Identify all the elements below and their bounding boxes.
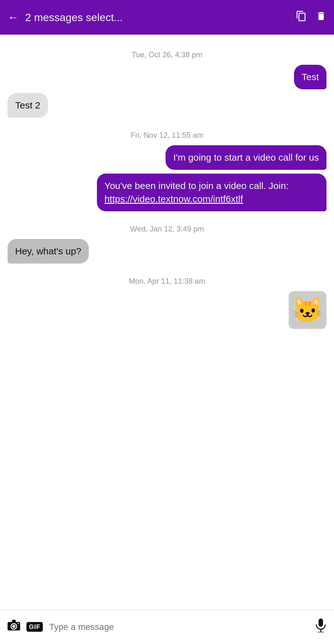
svg-point-2 — [12, 625, 15, 628]
back-button[interactable]: ← — [8, 12, 19, 23]
copy-icon[interactable] — [296, 10, 307, 24]
timestamp-4: Mon, Apr 11, 11:38 am — [8, 277, 326, 286]
gif-button[interactable]: GIF — [26, 622, 43, 632]
timestamp-1: Tue, Oct 26, 4:38 pm — [8, 50, 326, 59]
svg-rect-5 — [319, 619, 323, 627]
messages-area: Tue, Oct 26, 4:38 pm Test Test 2 Fri, No… — [0, 35, 334, 609]
message-row: I'm going to start a video call for us — [8, 145, 326, 170]
camera-button[interactable] — [8, 620, 20, 634]
header-title: 2 messages select... — [25, 11, 296, 24]
timestamp-3: Wed, Jan 12, 3:49 pm — [8, 225, 326, 233]
message-row: Test 2 — [8, 93, 326, 118]
message-row: Test — [8, 65, 326, 89]
video-link[interactable]: https://video.textnow.com/intf6xtlf — [105, 194, 243, 204]
sent-link-bubble[interactable]: You've been invited to join a video call… — [97, 174, 326, 211]
sent-bubble[interactable]: Test — [294, 65, 326, 89]
received-bubble[interactable]: Test 2 — [8, 93, 48, 118]
header-actions — [296, 10, 326, 25]
delete-icon[interactable] — [316, 10, 326, 25]
header: ← 2 messages select... — [0, 0, 334, 35]
sent-bubble[interactable]: I'm going to start a video call for us — [166, 145, 326, 170]
message-row: You've been invited to join a video call… — [8, 174, 326, 211]
message-row: 🐱 — [8, 291, 326, 329]
message-row: Hey, what's up? — [8, 239, 326, 264]
message-input[interactable] — [49, 622, 309, 632]
svg-rect-3 — [12, 620, 16, 623]
timestamp-2: Fri, Nov 12, 11:55 am — [8, 131, 326, 140]
svg-point-4 — [18, 623, 19, 624]
received-gray-bubble[interactable]: Hey, what's up? — [8, 239, 89, 264]
emoji-bubble[interactable]: 🐱 — [289, 291, 326, 329]
mic-button[interactable] — [315, 619, 326, 635]
bottom-bar: GIF — [0, 609, 334, 644]
